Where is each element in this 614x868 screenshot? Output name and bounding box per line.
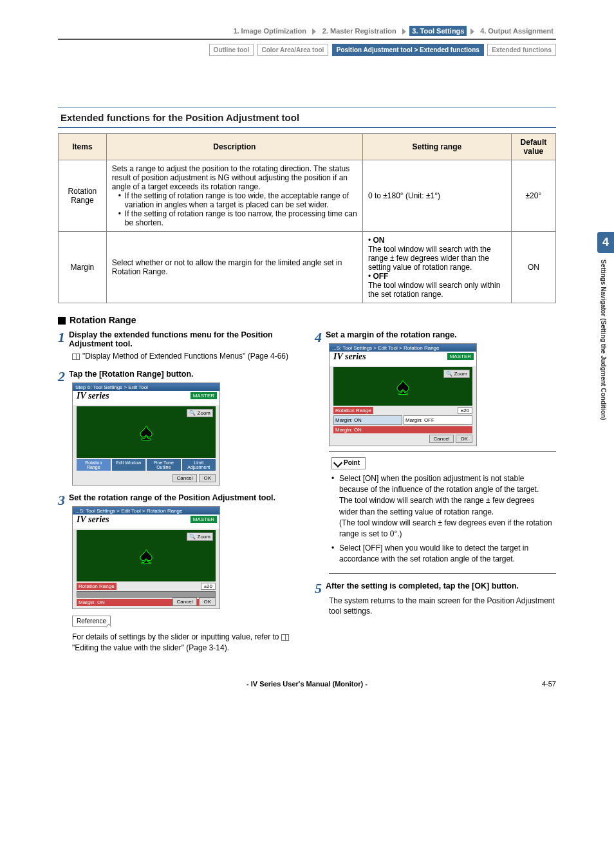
spade-icon: ♠ [140,419,152,446]
ok-button[interactable]: OK [456,435,472,443]
range-off-label: OFF [373,272,388,281]
zoom-button[interactable]: 🔍 Zoom [443,370,470,378]
reference-body: For details of settings by the slider or… [72,632,299,654]
ui-screenshot-step3: ...S: Tool Settings > Edit Tool > Rotati… [72,506,220,609]
table-row: Rotation Range Sets a range to adjust th… [59,160,556,232]
step-4: 4 Set a margin of the rotation range. ..… [315,330,556,574]
right-column: 4 Set a margin of the rotation range. ..… [315,330,556,661]
section-title: Extended functions for the Position Adju… [58,108,556,128]
col-description: Description [106,134,362,160]
footer-title: - IV Series User's Manual (Monitor) - [247,680,367,688]
step-title: Set the rotation range of the Position A… [69,493,299,502]
square-bullet-icon [58,317,66,325]
reference-text: For details of settings by the slider or… [72,632,281,641]
subsection-text: Rotation Range [70,315,136,325]
cell-default: ±20° [511,160,555,232]
step-5: 5 After the setting is completed, tap th… [315,581,556,618]
step-number: 2 [58,370,65,384]
ui-screenshot-step2: Step 6: Tool Settings > Edit Tool IV ser… [72,382,220,486]
cancel-button[interactable]: Cancel [172,474,198,482]
point-box: Point Select [ON] when the position adju… [329,451,556,574]
iv-logo: IV series [330,350,370,363]
slider-value[interactable]: ±20 [201,583,216,590]
master-badge: MASTER [447,353,474,360]
step-body: The system returns to the main screen fo… [329,596,556,618]
step-number: 4 [315,330,322,344]
step-number: 5 [315,581,322,596]
chevron-right-icon [312,28,316,35]
step-title: After the setting is completed, tap the … [326,581,556,590]
camera-viewport: ♠ 🔍 Zoom [77,530,216,581]
step-number: 3 [58,493,65,507]
reference-box: Reference [72,616,111,627]
ok-button[interactable]: OK [199,474,216,482]
cell-range: 0 to ±180° (Unit: ±1°) [362,160,511,232]
breadcrumb-step-3: 3. Tool Settings [409,26,467,36]
book-icon [72,354,80,360]
tab-limit-adjust[interactable]: Limit Adjustment [182,459,216,471]
book-icon [281,634,289,641]
subnav-extended: Extended functions [487,44,556,56]
breadcrumb-step-1: 1. Image Optimization [230,26,309,36]
point-label: Point [331,457,366,469]
step-1: 1 Display the extended functions menu fo… [58,330,299,362]
step-3: 3 Set the rotation range of the Position… [58,493,299,654]
col-range: Setting range [362,134,511,160]
zoom-button[interactable]: 🔍 Zoom [187,409,213,417]
iv-logo: IV series [73,390,113,402]
cell-item: Margin [59,232,107,303]
tab-fine-tune[interactable]: Fine Tune Outline [147,459,181,471]
slider-label: Rotation Range [77,583,116,590]
cell-default: ON [511,232,555,303]
col-default: Default value [511,134,555,160]
master-badge: MASTER [191,392,217,399]
spade-icon: ♠ [396,373,409,400]
subnav-outline: Outline tool [209,44,254,56]
range-off-text: The tool window will search only within … [368,281,500,299]
cancel-button[interactable]: Cancel [429,435,454,443]
point-item: Select [OFF] when you would like to dete… [331,543,554,565]
chevron-right-icon [470,28,474,35]
step-title: Set a margin of the rotation range. [326,330,556,339]
range-text: 0 to ±180° (Unit: ±1°) [368,191,440,200]
cell-range: • ON The tool window will search with th… [362,232,511,303]
camera-viewport: ♠ 🔍 Zoom [333,367,472,406]
page-footer: - IV Series User's Manual (Monitor) - 4-… [58,680,556,688]
sub-nav: Outline tool Color Area/Area tool Positi… [58,44,556,56]
slider-value: ±20 [458,407,472,414]
reference-link: "Editing the value with the slider" (Pag… [72,643,229,652]
iv-logo: IV series [73,513,113,525]
margin-off-option[interactable]: Margin: OFF [404,415,472,425]
cancel-button[interactable]: Cancel [172,598,198,606]
spec-table: Items Description Setting range Default … [58,133,556,303]
desc-bullet: If the setting of rotation range is too … [118,191,357,209]
chevron-right-icon [402,28,406,35]
desc-main: Sets a range to adjust the position to t… [112,164,349,191]
zoom-button[interactable]: 🔍 Zoom [187,533,213,541]
breadcrumb-step-4: 4. Output Assignment [478,26,556,36]
step-title: Display the extended functions menu for … [69,330,299,348]
range-on-label: ON [373,236,384,245]
margin-on-option[interactable]: Margin: ON [333,415,402,425]
desc-bullet: If the setting of rotation range is too … [118,209,357,227]
rotation-slider[interactable] [77,591,216,598]
step-ref: "Display Method of Extended Functions Me… [82,352,288,361]
tab-edit-window[interactable]: Edit Window [112,459,146,471]
reference-label: Reference [77,618,106,625]
subnav-color-area: Color Area/Area tool [257,44,329,56]
slider-label: Rotation Range [333,407,373,414]
step-title: Tap the [Rotation Range] button. [69,370,299,379]
cell-item: Rotation Range [59,160,107,232]
step-number: 1 [58,330,65,344]
margin-status[interactable]: Margin: ON [333,426,472,433]
desc-bullets: If the setting of rotation range is too … [112,191,357,227]
table-row: Margin Select whether or not to allow th… [59,232,556,303]
left-column: 1 Display the extended functions menu fo… [58,330,299,661]
tab-rotation-range[interactable]: Rotation Range [77,459,111,471]
subsection-heading: Rotation Range [58,315,556,325]
col-items: Items [59,134,107,160]
step-2: 2 Tap the [Rotation Range] button. Step … [58,370,299,486]
ok-button[interactable]: OK [199,598,216,606]
camera-viewport: ♠ 🔍 Zoom [77,406,216,458]
cell-desc: Select whether or not to allow the margi… [106,232,362,303]
